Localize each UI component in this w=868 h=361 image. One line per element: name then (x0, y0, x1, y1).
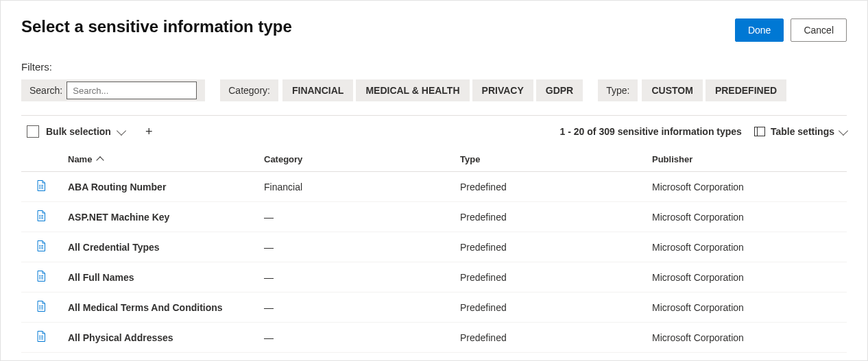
chevron-down-icon[interactable] (117, 125, 126, 135)
table-row[interactable]: All Credential Types—PredefinedMicrosoft… (21, 232, 847, 262)
cell-publisher: Microsoft Corporation (647, 292, 847, 323)
cell-name: ASP.NET Machine Key (62, 202, 258, 232)
header-type[interactable]: Type (455, 147, 647, 172)
header-actions: Done Cancel (735, 18, 847, 42)
cell-category: — (258, 292, 455, 323)
svg-rect-30 (39, 336, 40, 336)
svg-rect-24 (39, 306, 40, 306)
document-icon (36, 271, 46, 282)
table-row[interactable]: All Medical Terms And Conditions—Predefi… (21, 292, 847, 323)
cell-category: — (258, 262, 455, 292)
cancel-button[interactable]: Cancel (791, 18, 847, 42)
svg-rect-5 (41, 188, 43, 188)
cell-name: All Medical Terms And Conditions (62, 292, 258, 323)
svg-rect-21 (41, 277, 43, 277)
search-label: Search: (29, 85, 62, 96)
svg-rect-25 (41, 306, 43, 306)
category-chip-financial[interactable]: FINANCIAL (282, 79, 353, 101)
svg-rect-10 (39, 218, 40, 219)
svg-rect-1 (41, 185, 43, 186)
category-pill: Category: (220, 79, 278, 101)
cell-publisher: Microsoft Corporation (647, 232, 847, 262)
cell-type: Predefined (455, 292, 647, 323)
result-count: 1 - 20 of 309 sensitive information type… (560, 126, 742, 137)
svg-rect-13 (41, 245, 43, 246)
plus-icon[interactable]: + (143, 125, 156, 138)
svg-rect-15 (41, 247, 43, 247)
type-chip-custom[interactable]: CUSTOM (642, 79, 702, 101)
svg-rect-7 (41, 215, 43, 216)
done-button[interactable]: Done (735, 18, 784, 42)
category-chip-medical[interactable]: MEDICAL & HEALTH (356, 79, 469, 101)
svg-rect-6 (39, 215, 40, 216)
svg-rect-34 (39, 338, 40, 339)
cell-category: — (258, 232, 455, 262)
bulk-checkbox[interactable] (27, 125, 39, 138)
cell-publisher: Microsoft Corporation (647, 323, 847, 353)
svg-rect-9 (41, 216, 43, 217)
sort-ascending-icon (96, 156, 104, 164)
svg-rect-16 (39, 248, 40, 249)
document-icon (36, 301, 46, 312)
cell-publisher: Microsoft Corporation (647, 202, 847, 232)
svg-rect-11 (41, 218, 43, 219)
cell-type: Predefined (455, 172, 647, 202)
svg-rect-14 (39, 247, 40, 247)
table-row[interactable]: ABA Routing NumberFinancialPredefinedMic… (21, 172, 847, 202)
svg-rect-23 (41, 278, 43, 279)
table-settings-button[interactable]: Table settings (754, 126, 847, 137)
svg-rect-35 (41, 338, 43, 339)
table-row[interactable]: ASP.NET Machine Key—PredefinedMicrosoft … (21, 202, 847, 232)
category-chip-gdpr[interactable]: GDPR (536, 79, 583, 101)
cell-type: Predefined (455, 323, 647, 353)
header-name[interactable]: Name (62, 147, 258, 172)
search-input[interactable] (67, 82, 197, 99)
svg-rect-26 (39, 307, 40, 308)
cell-name: All Physical Addresses (62, 323, 258, 353)
cell-publisher: Microsoft Corporation (647, 262, 847, 292)
filters-row: Search: Category: FINANCIAL MEDICAL & HE… (21, 79, 847, 101)
category-chip-privacy[interactable]: PRIVACY (472, 79, 533, 101)
svg-rect-8 (39, 216, 40, 217)
category-chip-group: FINANCIAL MEDICAL & HEALTH PRIVACY GDPR (282, 79, 583, 101)
header-publisher[interactable]: Publisher (647, 147, 847, 172)
bulk-selection-label: Bulk selection (46, 126, 111, 137)
svg-rect-4 (39, 188, 40, 188)
cell-name: ABA Routing Number (62, 172, 258, 202)
svg-rect-27 (41, 307, 43, 308)
svg-rect-2 (39, 186, 40, 187)
svg-rect-32 (39, 337, 40, 338)
cell-type: Predefined (455, 232, 647, 262)
svg-rect-29 (41, 308, 43, 309)
type-pill: Type: (598, 79, 638, 101)
category-label: Category: (228, 85, 270, 96)
svg-rect-17 (41, 248, 43, 249)
header-category[interactable]: Category (258, 147, 455, 172)
table-row[interactable]: All Full Names—PredefinedMicrosoft Corpo… (21, 262, 847, 292)
type-chip-group: CUSTOM PREDEFINED (642, 79, 786, 101)
type-chip-predefined[interactable]: PREDEFINED (706, 79, 786, 101)
svg-rect-33 (41, 337, 43, 338)
search-pill: Search: (21, 79, 205, 101)
page-title: Select a sensitive information type (21, 17, 292, 36)
document-icon (36, 180, 46, 191)
svg-rect-31 (41, 336, 43, 336)
table-header-row: Name Category Type Publisher (21, 147, 847, 172)
cell-category: Financial (258, 172, 455, 202)
svg-rect-12 (39, 245, 40, 246)
svg-rect-18 (39, 275, 40, 276)
cell-category: — (258, 323, 455, 353)
document-icon (36, 240, 46, 251)
cell-type: Predefined (455, 202, 647, 232)
document-icon (36, 210, 46, 221)
document-icon (36, 331, 46, 342)
svg-rect-3 (41, 186, 43, 187)
table-settings-icon (754, 127, 765, 136)
svg-rect-0 (39, 185, 40, 186)
header-name-label: Name (68, 154, 92, 164)
data-table: Name Category Type Publisher ABA Routing… (21, 147, 847, 353)
table-row[interactable]: All Physical Addresses—PredefinedMicroso… (21, 323, 847, 353)
cell-name: All Full Names (62, 262, 258, 292)
type-label: Type: (606, 85, 629, 96)
cell-category: — (258, 202, 455, 232)
